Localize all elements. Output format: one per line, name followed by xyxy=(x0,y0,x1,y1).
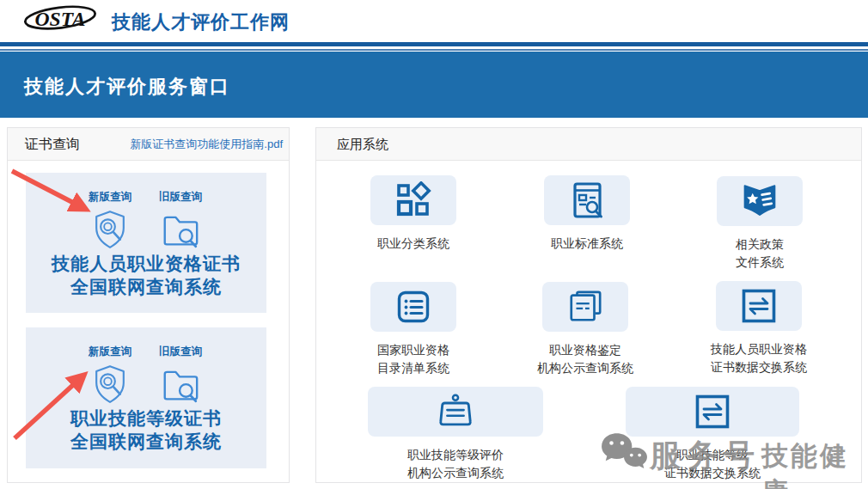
data-exchange-icon xyxy=(716,281,802,331)
app-item-skill-level-cert-data-exchange[interactable]: 职业技能等级 证书数据交换系统 xyxy=(626,387,799,482)
grid-category-icon xyxy=(370,175,456,225)
certificate-panel-title: 证书查询 xyxy=(25,128,80,160)
cert-card-skill-level: 新版查询 旧版查询 职业技能等级证书 全国联网查询系统 xyxy=(26,327,266,468)
card-title-line1: 技能人员职业资格证书 xyxy=(26,252,266,275)
app-item-policy-documents[interactable]: 相关政策 文件系统 xyxy=(690,176,829,272)
cert-card-qualification: 新版查询 旧版查询 技能人员职业资格证书 全国联网查询系统 xyxy=(26,173,266,313)
app-item-national-qualification-catalog[interactable]: 国家职业资格 目录清单系统 xyxy=(344,282,483,377)
new-version-query-link[interactable]: 新版查询 xyxy=(76,345,144,359)
app-label: 证书数据交换系统 xyxy=(689,358,828,376)
header-divider-thick xyxy=(0,42,868,46)
folder-search-icon[interactable] xyxy=(161,367,200,406)
osta-logo-text: OSTA xyxy=(34,8,85,30)
app-label: 目录清单系统 xyxy=(344,359,483,377)
app-label: 国家职业资格 xyxy=(344,341,483,359)
shield-search-icon[interactable] xyxy=(93,364,127,408)
app-label: 职业分类系统 xyxy=(344,235,483,253)
site-header: OSTA 技能人才评价工作网 xyxy=(0,0,868,45)
card-title-line2: 全国联网查询系统 xyxy=(26,275,266,298)
application-systems-panel: 应用系统 职业分类系统 职业标准系统 xyxy=(315,127,862,483)
app-label: 证书数据交换系统 xyxy=(626,464,799,482)
header-divider-thin xyxy=(0,49,868,51)
app-label: 机构公示查询系统 xyxy=(368,464,543,482)
apps-panel-header: 应用系统 xyxy=(316,128,861,161)
old-version-query-link[interactable]: 旧版查询 xyxy=(146,190,215,205)
app-label: 技能人员职业资格 xyxy=(689,340,828,358)
shield-search-icon[interactable] xyxy=(93,209,127,254)
app-label: 职业标准系统 xyxy=(517,235,657,253)
document-search-icon xyxy=(544,175,630,225)
list-icon xyxy=(370,282,456,332)
card-title: 职业技能等级证书 全国联网查询系统 xyxy=(26,406,266,453)
banner-title: 技能人才评价服务窗口 xyxy=(24,74,230,100)
app-item-occupation-standards[interactable]: 职业标准系统 xyxy=(517,175,657,253)
app-label: 职业技能等级评价 xyxy=(368,446,543,464)
app-item-qualification-cert-data-exchange[interactable]: 技能人员职业资格 证书数据交换系统 xyxy=(689,281,828,376)
signboard-icon xyxy=(368,387,543,437)
book-star-icon xyxy=(717,176,803,226)
card-title-line1: 职业技能等级证书 xyxy=(26,406,266,430)
data-exchange-icon xyxy=(626,387,799,437)
app-label: 职业技能等级 xyxy=(626,446,799,464)
app-label: 相关政策 xyxy=(690,235,829,254)
osta-logo: OSTA xyxy=(22,5,98,40)
apps-panel-title: 应用系统 xyxy=(337,128,388,160)
app-item-qualification-appraisal-orgs[interactable]: 职业资格鉴定 机构公示查询系统 xyxy=(516,282,655,377)
site-title: 技能人才评价工作网 xyxy=(112,9,290,35)
app-label: 文件系统 xyxy=(690,254,829,272)
stacked-documents-icon xyxy=(542,282,628,332)
card-title: 技能人员职业资格证书 全国联网查询系统 xyxy=(26,252,266,298)
app-item-skill-level-evaluation-orgs[interactable]: 职业技能等级评价 机构公示查询系统 xyxy=(368,387,543,482)
app-label: 职业资格鉴定 xyxy=(516,341,655,359)
service-banner: 技能人才评价服务窗口 xyxy=(0,52,868,118)
guide-pdf-link[interactable]: 新版证书查询功能使用指南.pdf xyxy=(130,128,283,160)
new-version-query-link[interactable]: 新版查询 xyxy=(76,190,144,205)
certificate-query-panel: 证书查询 新版证书查询功能使用指南.pdf 新版查询 旧版查询 技能人员职业资格… xyxy=(7,127,290,483)
app-label: 机构公示查询系统 xyxy=(516,359,655,377)
app-item-occupation-classification[interactable]: 职业分类系统 xyxy=(344,175,483,253)
folder-search-icon[interactable] xyxy=(161,212,200,252)
card-title-line2: 全国联网查询系统 xyxy=(26,430,266,453)
old-version-query-link[interactable]: 旧版查询 xyxy=(146,345,215,359)
certificate-panel-header: 证书查询 新版证书查询功能使用指南.pdf xyxy=(8,128,289,161)
